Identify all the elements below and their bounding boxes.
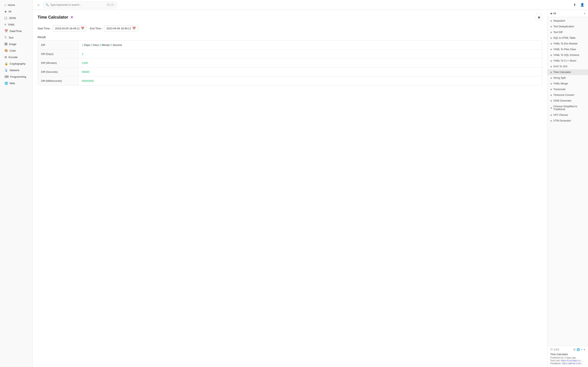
start-calendar-icon[interactable]: 📅 <box>81 27 84 30</box>
right-panel-item-stopwatch[interactable]: ◈ Stopwatch <box>547 18 588 24</box>
sidebar-item-all[interactable]: ◈ All <box>1 8 31 15</box>
layout-toggle-button[interactable]: ▣ <box>536 14 542 20</box>
sidebar-icon-text: Tᵢ <box>4 36 7 39</box>
check-icon[interactable]: ✓ <box>581 348 583 351</box>
sidebar: ⌂ Home ◈ All { } JSON ≡ YAML 📅 Date/Time… <box>0 0 33 367</box>
item-label-string-split: String Split <box>553 76 566 79</box>
filter-icon: ◈ <box>550 12 552 15</box>
sidebar-label-web: Web <box>9 82 15 85</box>
user-button[interactable]: 👤 <box>579 2 586 8</box>
end-time-input[interactable]: 2023-04-06 18:49:11 📅 <box>104 25 138 31</box>
right-panel-item-yaml-elm[interactable]: ◈ YAML To Elm Module <box>547 41 588 47</box>
sidebar-item-encode[interactable]: ⊞ Encode <box>1 54 31 60</box>
sidebar-label-json: JSON <box>9 17 16 20</box>
sidebar-item-yaml[interactable]: ≡ YAML <box>1 21 31 27</box>
item-icon-yaml-cpp: ◈ <box>550 59 552 62</box>
right-panel-item-text-diff[interactable]: ◈ Text Diff <box>547 29 588 35</box>
plain-value: Minute <box>101 43 111 47</box>
item-label-yaml-elm: YAML To Elm Module <box>553 42 578 45</box>
item-label-sql-html: SQL to HTML Table <box>553 36 576 39</box>
item-icon-time-calc: ◈ <box>550 71 552 74</box>
result-label: Result <box>38 35 542 39</box>
right-panel-item-yaml-sql[interactable]: ◈ YAML To SQL Schema <box>547 52 588 58</box>
search-input[interactable] <box>50 3 105 6</box>
right-panel-item-chinese[interactable]: ◈ Chinese Simplified to Traditional <box>547 104 588 112</box>
sidebar-item-datetime[interactable]: 📅 Date/Time <box>1 28 31 34</box>
right-panel-item-sql-html[interactable]: ◈ SQL to HTML Table <box>547 35 588 41</box>
right-panel-item-utm[interactable]: ◈ UTM Generator <box>547 118 588 124</box>
sidebar-item-json[interactable]: { } JSON <box>1 15 31 21</box>
result-value: 1 <box>79 50 542 58</box>
filter-chevron-icon[interactable]: ▾ <box>584 12 585 15</box>
topbar-actions: ⬆ 👤 <box>571 2 586 8</box>
item-icon-string-split: ◈ <box>550 76 552 79</box>
result-value: 86400 <box>79 67 542 76</box>
share-button[interactable]: ⬆ <box>571 2 578 8</box>
start-time-value: 2023-04-05 18:49:11 <box>55 27 80 30</box>
right-panel-item-x509[interactable]: ◈ X509 Generator <box>547 98 588 104</box>
table-row: Diff (Seconds)86400 <box>38 67 542 76</box>
plain-value: Hour <box>92 43 99 47</box>
right-panel-item-svg-jsx[interactable]: ◈ SVG To JSX <box>547 64 588 69</box>
sidebar-item-network[interactable]: 📡 Network <box>1 67 31 73</box>
right-panel-item-yaml-merge[interactable]: ◈ YAML Merge <box>547 81 588 86</box>
favorite-button[interactable]: ★ <box>70 15 73 19</box>
main-content: Time Calculator ★ ▣ Start Time : 2023-04… <box>33 10 547 367</box>
sidebar-icon-datetime: 📅 <box>4 29 8 33</box>
filter-label: All <box>553 12 556 15</box>
start-time-input[interactable]: 2023-04-05 18:49:11 📅 <box>53 25 86 31</box>
sidebar-label-yaml: YAML <box>8 23 15 26</box>
home-button[interactable]: ⌂ <box>35 2 42 8</box>
sidebar-item-web[interactable]: 🌐 Web <box>1 80 31 86</box>
page-title: Time Calculator <box>38 15 68 20</box>
sidebar-item-cryptography[interactable]: 🔒 Cryptography <box>1 60 31 67</box>
footer-feedback-label: Feedback: <box>550 362 561 365</box>
search-bar: 🔍 ⌘ + K <box>43 2 117 8</box>
version-icon: ⓘ <box>550 348 553 351</box>
right-panel-item-yaml-pike[interactable]: ◈ YAML To Pike Class <box>547 47 588 52</box>
footer-tool-link[interactable]: https://t.he3app.co... <box>561 359 582 362</box>
item-label-utm: UTM Generator <box>553 119 571 122</box>
right-panel-item-traceroute[interactable]: ◈ Traceroute <box>547 86 588 92</box>
sidebar-label-text: Text <box>9 36 13 39</box>
item-icon-chinese: ◈ <box>550 106 552 109</box>
right-panel: ◈ All ▾ ◈ Stopwatch ◈ Text Deduplication… <box>547 10 588 367</box>
result-value: 1440 <box>79 58 542 67</box>
right-panel-item-string-split[interactable]: ◈ String Split <box>547 75 588 81</box>
item-label-yaml-pike: YAML To Pike Class <box>553 48 576 51</box>
item-icon-x509: ◈ <box>550 99 552 102</box>
item-label-stopwatch: Stopwatch <box>553 19 565 22</box>
item-icon-yaml-merge: ◈ <box>550 82 552 85</box>
sidebar-item-color[interactable]: 🎨 Color <box>1 48 31 54</box>
right-panel-item-text-dedup[interactable]: ◈ Text Deduplication <box>547 24 588 29</box>
expand-icon[interactable]: ▾ <box>584 348 585 351</box>
footer-tool-link-row: Tool Link: https://t.he3app.co... <box>550 359 585 362</box>
right-panel-item-timezone[interactable]: ◈ Timezone Convert <box>547 92 588 98</box>
sidebar-item-home[interactable]: ⌂ Home <box>1 2 31 8</box>
settings-icon[interactable]: ⚙ <box>573 348 576 351</box>
right-panel-item-vpc[interactable]: ◈ VPC Planner <box>547 112 588 118</box>
right-panel-item-time-calc[interactable]: ◈ Time Calculator <box>547 69 588 75</box>
sidebar-icon-encode: ⊞ <box>4 55 7 59</box>
sidebar-item-programming[interactable]: ⌨ Programming <box>1 74 31 80</box>
item-label-yaml-cpp: YAML To C++ Struct <box>553 59 576 62</box>
sidebar-icon-network: 📡 <box>4 68 8 72</box>
result-value: 1 Days 0 Hour 0 Minute 0 Second <box>79 41 542 49</box>
sidebar-label-image: Image <box>9 43 16 46</box>
globe-icon[interactable]: 🌐 <box>577 348 580 351</box>
page-header: Time Calculator ★ ▣ <box>38 14 542 20</box>
sidebar-icon-all: ◈ <box>4 10 7 13</box>
footer-feedback-row: Feedback: https://github.com/... <box>550 362 585 365</box>
sidebar-item-image[interactable]: 🖼 Image <box>1 41 31 47</box>
main-area: ⌂ 🔍 ⌘ + K ⬆ 👤 Time Calculator ★ ▣ Start … <box>33 0 588 367</box>
filter-selector[interactable]: ◈ All <box>550 12 556 15</box>
sidebar-item-text[interactable]: Tᵢ Text <box>1 34 31 41</box>
plain-value: Days <box>83 43 91 47</box>
footer-feedback-link[interactable]: https://github.com/... <box>562 362 583 365</box>
item-icon-utm: ◈ <box>550 119 552 122</box>
sidebar-icon-json: { } <box>4 16 7 20</box>
right-panel-item-yaml-cpp[interactable]: ◈ YAML To C++ Struct <box>547 58 588 64</box>
end-calendar-icon[interactable]: 📅 <box>132 27 136 30</box>
item-label-time-calc: Time Calculator <box>553 71 571 74</box>
table-row: Diff (Minutes)1440 <box>38 58 542 67</box>
